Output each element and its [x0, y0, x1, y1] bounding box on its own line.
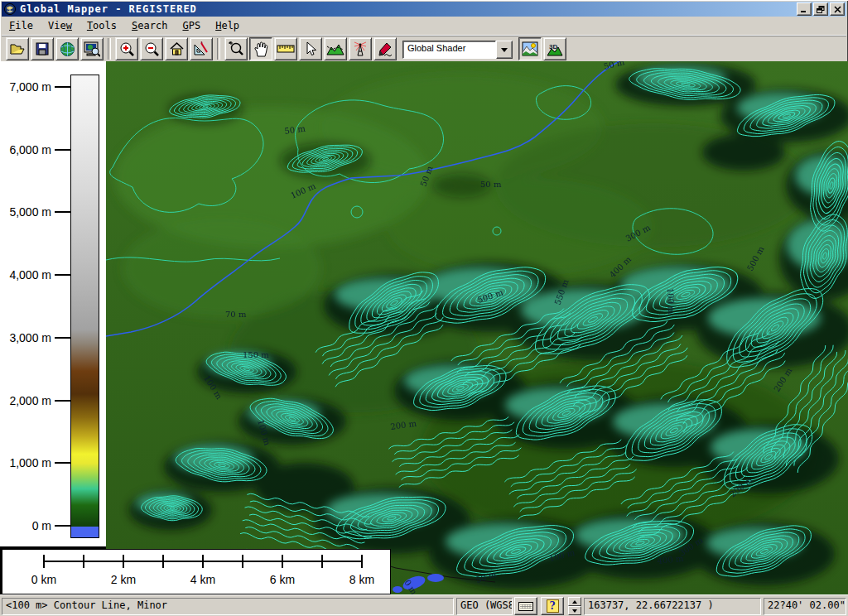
- arrow-cursor-icon: [304, 41, 317, 57]
- legend-tick-label: 2,000 m: [0, 394, 51, 407]
- shader-dropdown[interactable]: Global Shader: [402, 41, 513, 57]
- menubar-item-tools[interactable]: Tools: [80, 18, 124, 33]
- minimize-button[interactable]: [797, 2, 812, 16]
- keyboard-button[interactable]: [514, 597, 537, 615]
- status-position: 22?40' 02.00" N, 114?22' 17.89" E: [764, 598, 846, 615]
- scale-tick: [282, 555, 283, 568]
- legend-tick-label: 3,000 m: [0, 331, 51, 344]
- shader-dropdown-value[interactable]: Global Shader: [402, 41, 496, 59]
- scale-tick: [202, 555, 204, 568]
- content-area: 7,000 m6,000 m5,000 m4,000 m3,000 m2,000…: [0, 61, 848, 594]
- menubar-item-file[interactable]: File: [2, 18, 41, 33]
- help-button[interactable]: ?: [541, 597, 564, 615]
- toolbar-separator: [108, 38, 111, 60]
- 3d-view-icon: 3D: [547, 41, 563, 57]
- hand-icon: [253, 41, 268, 57]
- zoom-in-icon: [119, 41, 135, 57]
- map-viewport[interactable]: 50 m100 m50 m50 m50 m300 m400 m500 m100 …: [106, 61, 848, 594]
- scale-tick: [43, 555, 45, 568]
- menubar-item-view[interactable]: View: [41, 18, 80, 33]
- home-icon: [169, 41, 185, 56]
- antenna-icon: [352, 41, 369, 57]
- elevation-legend: 7,000 m6,000 m5,000 m4,000 m3,000 m2,000…: [0, 61, 106, 546]
- scale-label: 4 km: [178, 573, 228, 586]
- legend-tick-label: 6,000 m: [0, 143, 51, 156]
- app-window: Global Mapper - REGISTERED FileViewTools…: [0, 0, 848, 616]
- contour-label: 100 m: [666, 288, 676, 315]
- terrain-profile-icon: [326, 41, 344, 56]
- restore-button[interactable]: [813, 2, 828, 16]
- status-coordinate: 163737, 22.66722137 ): [584, 598, 761, 615]
- contour-label: 150 m: [243, 350, 269, 359]
- elevation-gradient-bar: [70, 75, 99, 538]
- legend-tick: [55, 525, 70, 527]
- save-floppy-icon: [35, 41, 50, 56]
- last-view-button[interactable]: [190, 37, 213, 60]
- toolbar: Global Shader 3D: [2, 35, 846, 62]
- triangle-up-icon: [572, 600, 577, 604]
- scale-tick: [321, 555, 323, 568]
- menubar-item-gps[interactable]: GPS: [175, 18, 208, 33]
- toolbar-separator: [217, 38, 220, 60]
- digitizer-tool-button[interactable]: [373, 37, 397, 60]
- menubar-item-help[interactable]: Help: [208, 18, 247, 33]
- scale-label: 2 km: [99, 573, 148, 586]
- app-icon: [3, 3, 17, 15]
- scale-label: 0 km: [19, 573, 69, 586]
- monitor-globe-icon: [84, 41, 100, 57]
- zoom-spinner: [568, 597, 581, 615]
- download-imagery-button[interactable]: [55, 37, 79, 60]
- dropdown-arrow-button[interactable]: [496, 41, 513, 59]
- scale-label: 6 km: [258, 573, 307, 586]
- legend-tick-label: 5,000 m: [0, 205, 51, 219]
- set-square-pencil-icon: [193, 41, 210, 57]
- scale-tick: [123, 555, 124, 568]
- scale-bar: 0 km2 km4 km6 km8 km: [2, 549, 391, 594]
- 3d-view-button[interactable]: 3D: [543, 37, 566, 60]
- scale-tick: [83, 555, 84, 568]
- scale-tick: [361, 555, 363, 568]
- zoom-in-button[interactable]: [115, 37, 138, 60]
- chevron-down-icon: [501, 48, 508, 52]
- magnifier-icon: [229, 41, 244, 57]
- pen-icon: [377, 41, 393, 57]
- picture-icon: [522, 41, 538, 56]
- status-bar: <100 m> Contour Line, Minor GEO (WGS8 ? …: [0, 594, 848, 616]
- map-canvas[interactable]: 50 m100 m50 m50 m50 m300 m400 m500 m100 …: [106, 61, 848, 594]
- legend-tick: [55, 149, 70, 151]
- menu-bar: FileViewToolsSearchGPSHelp: [2, 17, 846, 35]
- menubar-item-search[interactable]: Search: [124, 18, 175, 33]
- open-button[interactable]: [6, 37, 29, 60]
- triangle-down-icon: [572, 609, 577, 613]
- status-projection: GEO (WGS8: [456, 598, 513, 615]
- legend-tick-label: 7,000 m: [0, 80, 51, 94]
- minimize-icon: [800, 6, 808, 13]
- zoom-out-icon: [144, 41, 160, 57]
- spinner-down-button[interactable]: [568, 606, 581, 615]
- pan-tool-button[interactable]: [249, 37, 272, 60]
- contour-label: 50 m: [480, 180, 502, 189]
- view-shed-button[interactable]: [349, 37, 372, 60]
- pointer-tool-button[interactable]: [299, 37, 322, 60]
- keyboard-icon: [518, 602, 533, 611]
- legend-tick: [55, 400, 70, 402]
- zoom-tool-button[interactable]: [224, 37, 248, 60]
- capture-screen-button[interactable]: [80, 37, 104, 60]
- ruler-icon: [277, 42, 295, 55]
- full-view-button[interactable]: [165, 37, 188, 60]
- spinner-up-button[interactable]: [568, 597, 581, 606]
- legend-tick-label: 4,000 m: [0, 268, 51, 282]
- measure-tool-button[interactable]: [274, 37, 297, 60]
- legend-tick: [55, 274, 70, 276]
- path-profile-button[interactable]: [324, 37, 347, 60]
- texture-map-button[interactable]: [518, 37, 542, 60]
- status-selection: <100 m> Contour Line, Minor: [2, 598, 454, 615]
- contour-label: 70 m: [225, 310, 247, 319]
- window-title: Global Mapper - REGISTERED: [20, 3, 197, 15]
- save-button[interactable]: [31, 37, 54, 60]
- zoom-out-button[interactable]: [140, 37, 163, 60]
- scale-tick: [242, 555, 243, 568]
- open-folder-icon: [9, 41, 26, 56]
- close-button[interactable]: [830, 2, 845, 16]
- restore-icon: [817, 6, 825, 13]
